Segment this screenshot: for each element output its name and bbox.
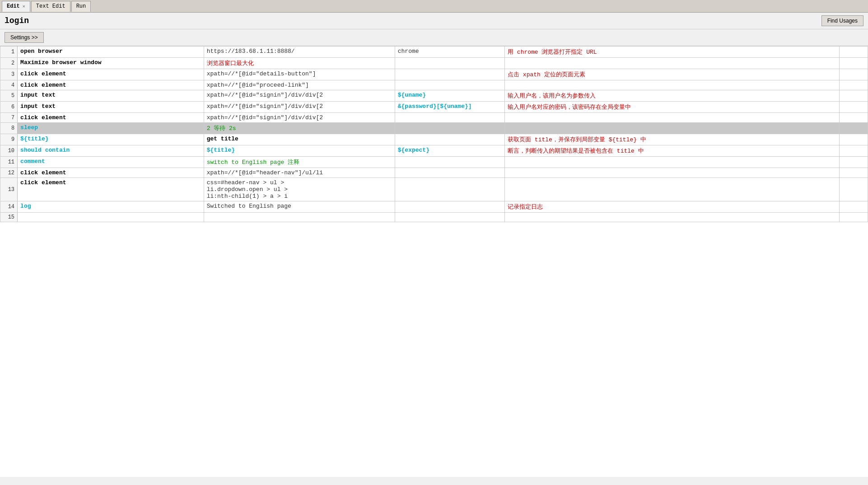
row-keyword-10[interactable]: should contain bbox=[18, 145, 204, 157]
tab-edit-label: Edit bbox=[7, 3, 20, 9]
row-num-7: 7 bbox=[0, 113, 18, 123]
row-keyword-14[interactable]: log bbox=[18, 201, 204, 213]
tab-edit[interactable]: Edit ✕ bbox=[2, 1, 30, 12]
row-extra-13 bbox=[839, 178, 868, 201]
row-arg1-11[interactable]: switch to English page 注释 bbox=[204, 157, 395, 168]
row-arg1-4[interactable]: xpath=//*[@id="proceed-link"] bbox=[204, 80, 395, 90]
row-comment-1: 用 chrome 浏览器打开指定 URL bbox=[505, 47, 839, 58]
row-keyword-4[interactable]: click element bbox=[18, 80, 204, 90]
row-arg2-4[interactable] bbox=[395, 80, 504, 90]
row-arg2-3[interactable] bbox=[395, 69, 504, 80]
row-num-5: 5 bbox=[0, 90, 18, 102]
row-arg1-12[interactable]: xpath=//*[@id="header-nav"]/ul/li bbox=[204, 168, 395, 178]
row-arg1-8[interactable]: 2 等待 2s bbox=[204, 123, 395, 134]
settings-button[interactable]: Settings >> bbox=[5, 32, 44, 43]
row-num-1: 1 bbox=[0, 47, 18, 58]
row-keyword-12[interactable]: click element bbox=[18, 168, 204, 178]
row-num-12: 12 bbox=[0, 168, 18, 178]
row-extra-2 bbox=[839, 58, 868, 69]
row-keyword-11[interactable]: comment bbox=[18, 157, 204, 168]
row-arg1-6[interactable]: xpath=//*[@id="signin"]/div/div[2 bbox=[204, 102, 395, 113]
row-num-9: 9 bbox=[0, 134, 18, 145]
row-comment-13 bbox=[505, 178, 839, 201]
row-arg1-3[interactable]: xpath=//*[@id="details-button"] bbox=[204, 69, 395, 80]
row-extra-4 bbox=[839, 80, 868, 90]
row-comment-4 bbox=[505, 80, 839, 90]
row-arg2-15[interactable] bbox=[395, 213, 504, 222]
row-num-14: 14 bbox=[0, 201, 18, 213]
row-extra-5 bbox=[839, 90, 868, 102]
row-arg2-12[interactable] bbox=[395, 168, 504, 178]
row-extra-8 bbox=[839, 123, 868, 134]
row-extra-7 bbox=[839, 113, 868, 123]
row-comment-5: 输入用户名，该用户名为参数传入 bbox=[505, 90, 839, 102]
row-comment-10: 断言，判断传入的期望结果是否被包含在 title 中 bbox=[505, 145, 839, 157]
row-arg2-5[interactable]: ${uname} bbox=[395, 90, 504, 102]
row-num-15: 15 bbox=[0, 213, 18, 222]
row-comment-6: 输入用户名对应的密码，该密码存在全局变量中 bbox=[505, 102, 839, 113]
row-extra-14 bbox=[839, 201, 868, 213]
row-num-11: 11 bbox=[0, 157, 18, 168]
row-arg1-1[interactable]: https://183.68.1.11:8888/ bbox=[204, 47, 395, 58]
row-arg1-2[interactable]: 浏览器窗口最大化 bbox=[204, 58, 395, 69]
row-arg2-13[interactable] bbox=[395, 178, 504, 201]
row-comment-11 bbox=[505, 157, 839, 168]
row-comment-7 bbox=[505, 113, 839, 123]
row-num-2: 2 bbox=[0, 58, 18, 69]
row-num-10: 10 bbox=[0, 145, 18, 157]
row-num-13: 13 bbox=[0, 178, 18, 201]
row-arg1-14[interactable]: Switched to English page bbox=[204, 201, 395, 213]
row-extra-3 bbox=[839, 69, 868, 80]
row-extra-11 bbox=[839, 157, 868, 168]
row-keyword-15[interactable] bbox=[18, 213, 204, 222]
row-arg2-9[interactable] bbox=[395, 134, 504, 145]
row-arg2-14[interactable] bbox=[395, 201, 504, 213]
row-arg2-8[interactable] bbox=[395, 123, 504, 134]
tab-bar: Edit ✕ Text Edit Run bbox=[0, 0, 868, 13]
row-arg1-7[interactable]: xpath=//*[@id="signin"]/div/div[2 bbox=[204, 113, 395, 123]
tab-text-edit-label: Text Edit bbox=[36, 3, 65, 9]
row-extra-10 bbox=[839, 145, 868, 157]
row-arg2-7[interactable] bbox=[395, 113, 504, 123]
row-comment-14: 记录指定日志 bbox=[505, 201, 839, 213]
row-keyword-5[interactable]: input text bbox=[18, 90, 204, 102]
row-num-6: 6 bbox=[0, 102, 18, 113]
row-arg1-15[interactable] bbox=[204, 213, 395, 222]
tab-run-label: Run bbox=[76, 3, 86, 9]
script-table: 1open browserhttps://183.68.1.11:8888/ch… bbox=[0, 46, 868, 222]
row-keyword-8[interactable]: sleep bbox=[18, 123, 204, 134]
row-keyword-6[interactable]: input text bbox=[18, 102, 204, 113]
row-num-3: 3 bbox=[0, 69, 18, 80]
row-arg1-5[interactable]: xpath=//*[@id="signin"]/div/div[2 bbox=[204, 90, 395, 102]
row-num-8: 8 bbox=[0, 123, 18, 134]
row-keyword-7[interactable]: click element bbox=[18, 113, 204, 123]
tab-text-edit[interactable]: Text Edit bbox=[31, 1, 70, 12]
row-extra-1 bbox=[839, 47, 868, 58]
row-arg1-13[interactable]: css=#header-nav > ul > li.dropdown.open … bbox=[204, 178, 395, 201]
row-keyword-3[interactable]: click element bbox=[18, 69, 204, 80]
row-arg2-10[interactable]: ${expect} bbox=[395, 145, 504, 157]
row-comment-2 bbox=[505, 58, 839, 69]
row-arg2-6[interactable]: &{password}[${uname}] bbox=[395, 102, 504, 113]
row-extra-9 bbox=[839, 134, 868, 145]
row-comment-8 bbox=[505, 123, 839, 134]
tab-edit-close[interactable]: ✕ bbox=[23, 4, 25, 9]
row-keyword-2[interactable]: Maximize browser window bbox=[18, 58, 204, 69]
row-arg2-1[interactable]: chrome bbox=[395, 47, 504, 58]
row-comment-12 bbox=[505, 168, 839, 178]
script-title: login bbox=[5, 16, 29, 25]
header-area: login Find Usages bbox=[0, 13, 868, 29]
row-keyword-9[interactable]: ${title} bbox=[18, 134, 204, 145]
row-arg2-11[interactable] bbox=[395, 157, 504, 168]
row-extra-6 bbox=[839, 102, 868, 113]
row-keyword-13[interactable]: click element bbox=[18, 178, 204, 201]
tab-run[interactable]: Run bbox=[71, 1, 91, 12]
row-extra-12 bbox=[839, 168, 868, 178]
row-extra-15 bbox=[839, 213, 868, 222]
find-usages-button[interactable]: Find Usages bbox=[821, 15, 863, 26]
row-arg2-2[interactable] bbox=[395, 58, 504, 69]
row-keyword-1[interactable]: open browser bbox=[18, 47, 204, 58]
row-arg1-9[interactable]: get title bbox=[204, 134, 395, 145]
table-container[interactable]: 1open browserhttps://183.68.1.11:8888/ch… bbox=[0, 46, 868, 477]
row-arg1-10[interactable]: ${title} bbox=[204, 145, 395, 157]
